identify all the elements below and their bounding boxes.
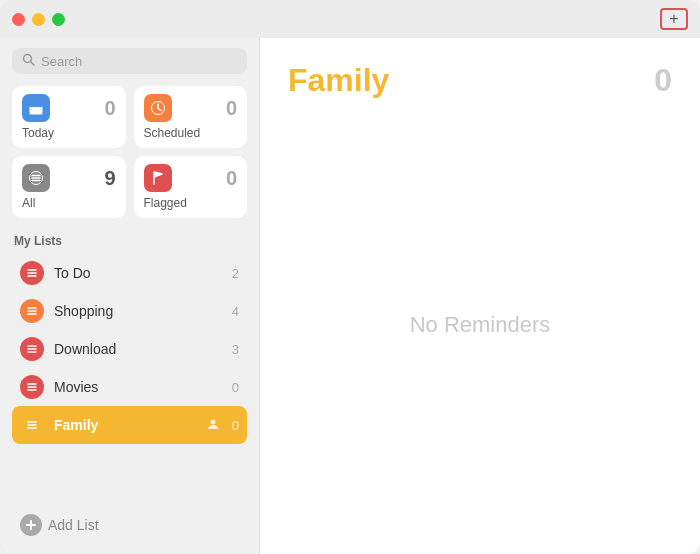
- svg-line-8: [158, 109, 161, 111]
- add-list-label: Add List: [48, 517, 99, 533]
- traffic-lights: [12, 13, 65, 26]
- list-item[interactable]: To Do 2: [12, 254, 247, 292]
- search-icon: [22, 53, 35, 69]
- family-list-count: 0: [232, 418, 239, 433]
- list-item[interactable]: Download 3: [12, 330, 247, 368]
- svg-point-28: [210, 419, 215, 424]
- empty-state-message: No Reminders: [288, 119, 672, 530]
- smart-lists-grid: 0 Today 0: [12, 86, 247, 218]
- app-window: + Search: [0, 0, 700, 554]
- todo-list-icon: [20, 261, 44, 285]
- all-icon: [22, 164, 50, 192]
- flagged-count: 0: [226, 167, 237, 190]
- movies-list-name: Movies: [54, 379, 222, 395]
- todo-list-name: To Do: [54, 265, 222, 281]
- shared-icon: [206, 417, 220, 434]
- flagged-label: Flagged: [144, 196, 238, 210]
- smart-card-scheduled[interactable]: 0 Scheduled: [134, 86, 248, 148]
- family-list-item[interactable]: Family 0: [12, 406, 247, 444]
- shopping-list-count: 4: [232, 304, 239, 319]
- all-count: 9: [104, 167, 115, 190]
- today-icon: [22, 94, 50, 122]
- family-list-icon: [20, 413, 44, 437]
- scheduled-icon: [144, 94, 172, 122]
- scheduled-label: Scheduled: [144, 126, 238, 140]
- shopping-list-icon: [20, 299, 44, 323]
- shopping-list-name: Shopping: [54, 303, 222, 319]
- main-count: 0: [654, 62, 672, 99]
- minimize-button[interactable]: [32, 13, 45, 26]
- smart-card-all[interactable]: 9 All: [12, 156, 126, 218]
- main-panel: Family 0 No Reminders: [260, 38, 700, 554]
- download-list-name: Download: [54, 341, 222, 357]
- scheduled-count: 0: [226, 97, 237, 120]
- close-button[interactable]: [12, 13, 25, 26]
- download-list-icon: [20, 337, 44, 361]
- svg-line-1: [31, 62, 34, 65]
- list-item[interactable]: Movies 0: [12, 368, 247, 406]
- main-header: Family 0: [288, 62, 672, 99]
- search-bar[interactable]: Search: [12, 48, 247, 74]
- download-list-count: 3: [232, 342, 239, 357]
- page-title: Family: [288, 62, 389, 99]
- today-count: 0: [104, 97, 115, 120]
- add-list-button[interactable]: Add List: [12, 506, 247, 544]
- maximize-button[interactable]: [52, 13, 65, 26]
- today-label: Today: [22, 126, 116, 140]
- movies-list-icon: [20, 375, 44, 399]
- movies-list-count: 0: [232, 380, 239, 395]
- add-reminder-button[interactable]: +: [660, 8, 688, 30]
- smart-card-flagged[interactable]: 0 Flagged: [134, 156, 248, 218]
- my-lists-header: My Lists: [12, 234, 247, 248]
- flagged-icon: [144, 164, 172, 192]
- todo-list-count: 2: [232, 266, 239, 281]
- all-label: All: [22, 196, 116, 210]
- sidebar: Search 0: [0, 38, 260, 554]
- add-list-icon: [20, 514, 42, 536]
- content-area: Search 0: [0, 38, 700, 554]
- smart-card-today[interactable]: 0 Today: [12, 86, 126, 148]
- list-item[interactable]: Shopping 4: [12, 292, 247, 330]
- titlebar: +: [0, 0, 700, 38]
- family-list-name: Family: [54, 417, 196, 433]
- svg-rect-3: [29, 103, 43, 107]
- search-placeholder: Search: [41, 54, 82, 69]
